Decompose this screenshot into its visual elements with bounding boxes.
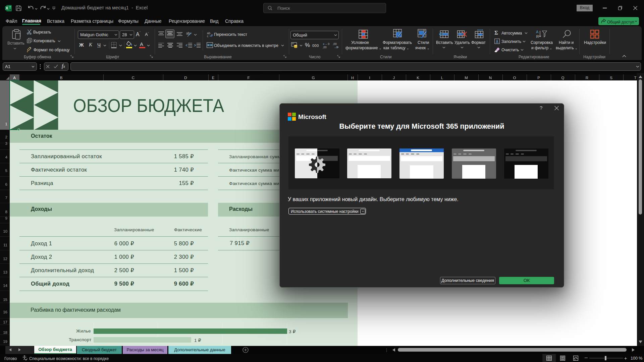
svg-text:←0: ←0 xyxy=(325,42,330,46)
svg-text:c: c xyxy=(207,35,209,38)
svg-text:А: А xyxy=(536,30,539,34)
svg-text:,00: ,00 xyxy=(323,46,327,49)
svg-text:Я: Я xyxy=(536,35,539,39)
svg-text:,00: ,00 xyxy=(333,42,337,46)
